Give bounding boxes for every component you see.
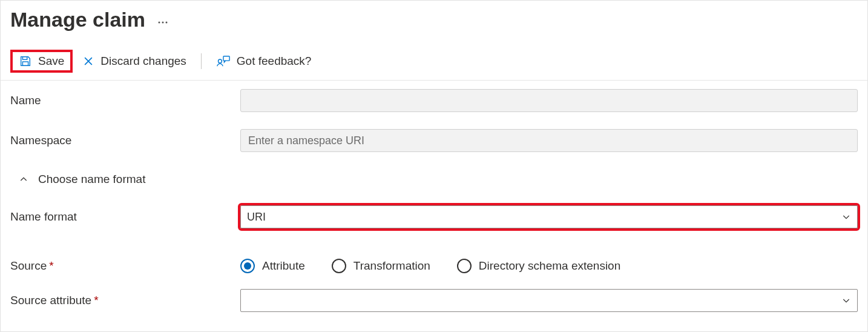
row-source: Source * Attribute Transformation Direct… bbox=[1, 237, 867, 277]
radio-circle bbox=[332, 259, 346, 273]
radio-circle bbox=[457, 259, 472, 273]
label-name: Name bbox=[10, 94, 240, 107]
command-bar: Save Discard changes Got feedback? bbox=[1, 35, 867, 81]
radio-attribute[interactable]: Attribute bbox=[240, 259, 305, 273]
feedback-icon bbox=[216, 55, 231, 68]
ellipsis-icon bbox=[157, 21, 168, 24]
chevron-down-icon bbox=[841, 296, 851, 305]
label-source-attribute-text: Source attribute bbox=[10, 294, 91, 307]
label-namespace: Namespace bbox=[10, 134, 240, 147]
svg-point-7 bbox=[218, 59, 222, 63]
radio-dot bbox=[244, 262, 251, 270]
namespace-input[interactable] bbox=[240, 129, 858, 152]
row-namespace: Namespace bbox=[1, 121, 867, 161]
page-title: Manage claim bbox=[10, 8, 156, 32]
radio-directory-schema-extension[interactable]: Directory schema extension bbox=[457, 259, 620, 273]
radio-circle bbox=[240, 259, 255, 273]
chevron-up-icon bbox=[19, 174, 28, 184]
svg-rect-4 bbox=[22, 62, 28, 65]
discard-button[interactable]: Discard changes bbox=[76, 51, 192, 71]
save-icon bbox=[19, 55, 32, 68]
radio-directory-schema-extension-label: Directory schema extension bbox=[479, 259, 620, 273]
svg-point-0 bbox=[158, 21, 160, 23]
svg-rect-8 bbox=[223, 56, 229, 61]
radio-transformation[interactable]: Transformation bbox=[332, 259, 430, 273]
row-name-format: Name format URI bbox=[1, 197, 867, 237]
save-button-label: Save bbox=[38, 55, 64, 68]
row-source-attribute: Source attribute * bbox=[1, 277, 867, 320]
toolbar-separator bbox=[201, 53, 202, 69]
source-radio-group: Attribute Transformation Directory schem… bbox=[240, 259, 858, 273]
more-actions-button[interactable] bbox=[156, 18, 169, 27]
name-format-select[interactable]: URI bbox=[240, 205, 858, 228]
row-name: Name bbox=[1, 81, 867, 121]
choose-name-format-toggle[interactable]: Choose name format bbox=[1, 161, 867, 197]
svg-point-2 bbox=[165, 21, 167, 23]
page-header: Manage claim bbox=[1, 1, 867, 35]
choose-name-format-label: Choose name format bbox=[38, 173, 145, 186]
source-attribute-select[interactable] bbox=[240, 289, 858, 312]
label-source: Source * bbox=[10, 259, 240, 273]
radio-attribute-label: Attribute bbox=[262, 259, 305, 273]
save-button[interactable]: Save bbox=[10, 50, 73, 73]
discard-button-label: Discard changes bbox=[100, 55, 186, 68]
required-mark: * bbox=[94, 294, 98, 307]
label-source-text: Source bbox=[10, 259, 47, 273]
radio-transformation-label: Transformation bbox=[353, 259, 430, 273]
feedback-button[interactable]: Got feedback? bbox=[210, 51, 318, 71]
label-source-attribute: Source attribute * bbox=[10, 294, 240, 307]
svg-point-1 bbox=[162, 21, 163, 23]
claim-form: Name Namespace Choose name format Name f… bbox=[1, 81, 867, 320]
label-name-format: Name format bbox=[10, 210, 240, 224]
chevron-down-icon bbox=[841, 212, 851, 222]
name-format-value: URI bbox=[247, 211, 266, 224]
svg-rect-3 bbox=[22, 57, 27, 60]
name-input[interactable] bbox=[240, 89, 858, 112]
required-mark: * bbox=[49, 259, 53, 273]
close-icon bbox=[82, 55, 94, 67]
feedback-button-label: Got feedback? bbox=[237, 55, 312, 68]
